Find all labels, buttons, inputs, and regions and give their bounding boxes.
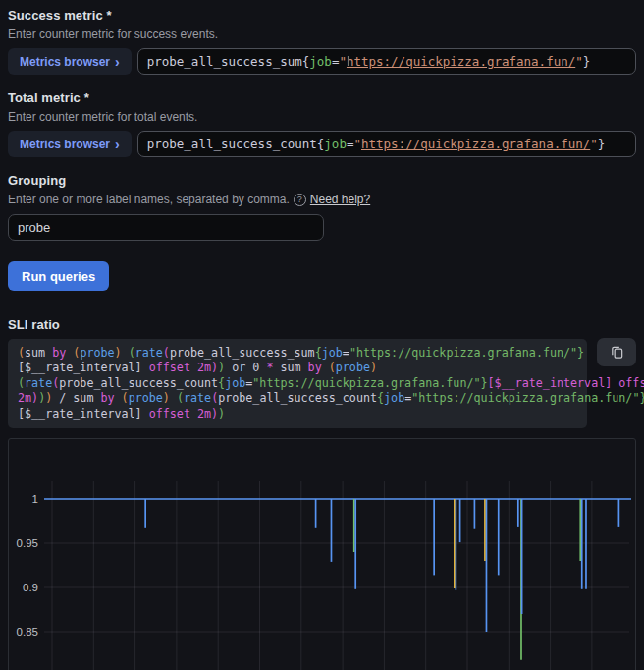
- total-metric-section: Total metric * Enter counter metric for …: [8, 90, 636, 157]
- metrics-browser-label: Metrics browser: [20, 55, 110, 69]
- total-metric-input[interactable]: probe_all_success_count{job="https://qui…: [137, 131, 636, 157]
- sli-code-line: (sum by (probe) (rate(probe_all_success_…: [18, 346, 577, 361]
- sli-code-line: [$__rate_interval] offset 2m)) or 0 * su…: [18, 361, 577, 375]
- sli-ratio-code-block: (sum by (probe) (rate(probe_all_success_…: [8, 339, 587, 428]
- success-metric-section: Success metric * Enter counter metric fo…: [8, 8, 636, 75]
- chevron-right-icon: ›: [115, 138, 120, 151]
- sli-ratio-label: SLI ratio: [8, 317, 636, 332]
- sli-time-series-chart[interactable]: 10.950.90.850.812/2512/2712/2912/3101/02…: [9, 439, 635, 670]
- success-metric-row: Metrics browser › probe_all_success_sum{…: [8, 48, 636, 75]
- metrics-browser-label: Metrics browser: [20, 138, 110, 151]
- sli-code-line: 2m))) / sum by (probe) (rate(probe_all_s…: [18, 391, 577, 406]
- grouping-description: Enter one or more label names, separated…: [8, 193, 636, 206]
- slo-query-editor: Success metric * Enter counter metric fo…: [0, 0, 644, 670]
- copy-icon: [610, 345, 624, 360]
- sli-ratio-section: SLI ratio (sum by (probe) (rate(probe_al…: [8, 317, 636, 428]
- total-metric-row: Metrics browser › probe_all_success_coun…: [8, 131, 636, 157]
- sli-code-line: [$__rate_interval] offset 2m)): [18, 407, 577, 421]
- metrics-browser-button-total[interactable]: Metrics browser ›: [8, 131, 132, 157]
- success-metric-input[interactable]: probe_all_success_sum{job="https://quick…: [137, 48, 636, 75]
- total-metric-description: Enter counter metric for total events.: [8, 110, 636, 124]
- copy-button[interactable]: [597, 338, 636, 366]
- success-metric-label: Success metric *: [8, 8, 636, 23]
- svg-text:0.95: 0.95: [17, 537, 38, 549]
- metrics-browser-button-success[interactable]: Metrics browser ›: [8, 48, 132, 75]
- sli-chart-panel: 10.950.90.850.812/2512/2712/2912/3101/02…: [8, 438, 636, 670]
- run-queries-button[interactable]: Run queries: [8, 261, 109, 291]
- chevron-right-icon: ›: [115, 55, 120, 69]
- sli-code-line: (rate(probe_all_success_count{job="https…: [18, 376, 577, 391]
- question-circle-icon: ?: [294, 194, 306, 206]
- total-metric-label: Total metric *: [8, 90, 636, 105]
- grouping-input[interactable]: [8, 214, 324, 241]
- svg-text:0.85: 0.85: [17, 626, 38, 638]
- grouping-section: Grouping Enter one or more label names, …: [8, 173, 636, 241]
- need-help-link[interactable]: Need help?: [310, 193, 370, 206]
- svg-text:0.9: 0.9: [23, 582, 38, 593]
- svg-text:1: 1: [32, 493, 38, 505]
- grouping-label: Grouping: [8, 173, 636, 188]
- grouping-description-text: Enter one or more label names, separated…: [8, 193, 290, 206]
- success-metric-description: Enter counter metric for success events.: [8, 28, 636, 41]
